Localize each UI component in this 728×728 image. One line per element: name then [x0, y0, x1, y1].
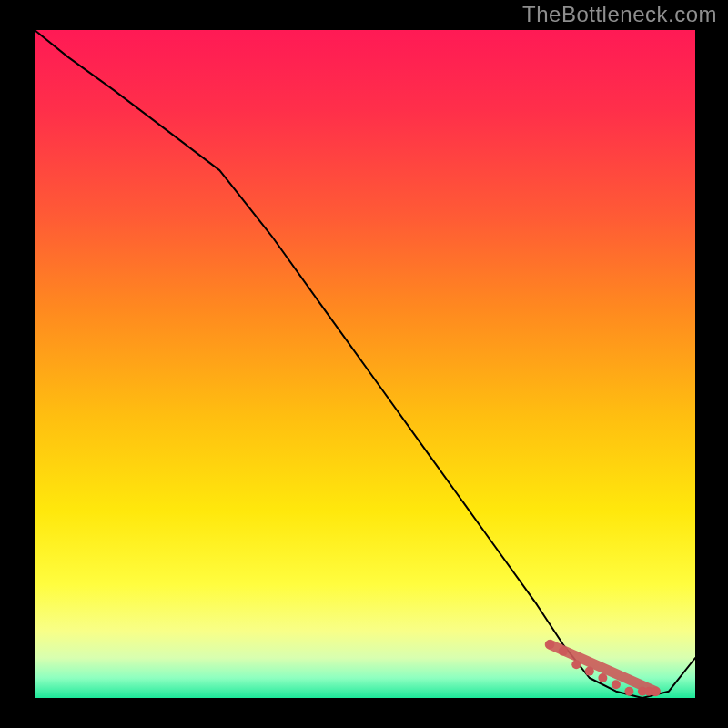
gradient-background: [35, 30, 695, 698]
watermark-text: TheBottleneck.com: [522, 2, 717, 27]
marker-dot: [651, 687, 660, 696]
marker-dot: [612, 680, 621, 689]
chart-container: TheBottleneck.com: [0, 0, 728, 728]
marker-dot: [571, 660, 581, 669]
marker-dot: [598, 673, 607, 682]
bottleneck-chart: [0, 0, 728, 728]
marker-dot: [545, 640, 554, 649]
marker-dot: [624, 687, 633, 696]
marker-dot: [585, 667, 594, 676]
marker-dot: [559, 647, 568, 656]
